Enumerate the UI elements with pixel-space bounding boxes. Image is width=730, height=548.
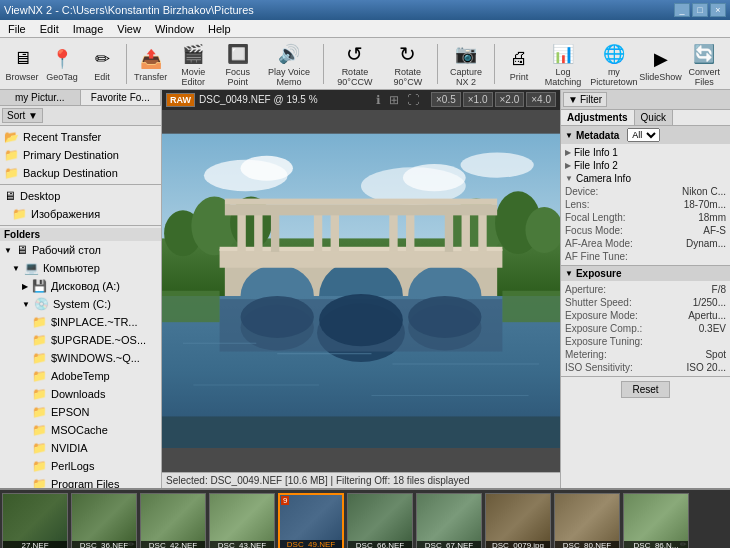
window-controls[interactable]: _ □ ×: [674, 3, 726, 17]
capture-nx2-button[interactable]: 📷 Capture NX 2: [444, 38, 488, 89]
reset-button[interactable]: Reset: [621, 381, 669, 398]
transfer-button[interactable]: 📤 Transfer: [133, 43, 169, 85]
geotag-label: GeoTag: [46, 73, 78, 83]
image-filename: DSC_0049.NEF @ 19.5 %: [199, 94, 372, 105]
reset-area: Reset: [561, 377, 730, 402]
zoom-half-btn[interactable]: ×0.5: [431, 92, 461, 107]
rotate-ccw-icon: ↺: [341, 40, 369, 68]
tab-my-pictures[interactable]: my Pictur...: [0, 90, 81, 105]
svg-rect-27: [462, 212, 470, 252]
film-item-8[interactable]: DSC_80.NEF: [554, 493, 620, 548]
favorite-primary-dest[interactable]: 📁 Primary Destination: [0, 146, 161, 164]
left-panel: my Pictur... Favorite Fo... Sort ▼ 📂 Rec…: [0, 90, 162, 488]
zoom-2x-btn[interactable]: ×2.0: [495, 92, 525, 107]
menu-edit[interactable]: Edit: [34, 22, 65, 36]
edit-icon: ✏: [88, 45, 116, 73]
play-voice-button[interactable]: 🔊 Play Voice Memo: [262, 38, 317, 89]
tree-nvidia[interactable]: 📁 NVIDIA: [0, 439, 161, 457]
svg-point-36: [241, 296, 314, 338]
camera-focal-row: Focal Length: 18mm: [565, 211, 726, 224]
tree-drive-a[interactable]: ▶ 💾 Дисковод (A:): [0, 277, 161, 295]
camera-info-header[interactable]: Camera Info: [565, 172, 726, 185]
tree-drive-c[interactable]: ▼ 💿 System (C:): [0, 295, 161, 313]
favorite-backup-dest[interactable]: 📁 Backup Destination: [0, 164, 161, 182]
tree-progfiles[interactable]: 📁 Program Files: [0, 475, 161, 488]
film-item-5[interactable]: DSC_66.NEF: [347, 493, 413, 548]
log-matching-button[interactable]: 📊 Log Matching: [541, 38, 585, 89]
menu-view[interactable]: View: [111, 22, 147, 36]
metadata-header[interactable]: Metadata All: [561, 126, 730, 144]
left-panel-scroll[interactable]: 📂 Recent Transfer 📁 Primary Destination …: [0, 126, 161, 488]
tree-upgrade[interactable]: 📁 $UPGRADE.~OS...: [0, 331, 161, 349]
tree-perllogs[interactable]: 📁 PerlLogs: [0, 457, 161, 475]
desktop-item[interactable]: 🖥 Desktop: [0, 187, 161, 205]
folders-header: Folders: [0, 228, 161, 241]
camera-device-row: Device: Nikon C...: [565, 185, 726, 198]
image-info-btn[interactable]: ℹ: [376, 93, 381, 107]
zoom-4x-btn[interactable]: ×4.0: [526, 92, 556, 107]
browser-button[interactable]: 🖥 Browser: [4, 43, 40, 85]
filter-button[interactable]: ▼ Filter: [563, 92, 607, 107]
film-item-7[interactable]: DSC_0079.jpg: [485, 493, 551, 548]
metadata-filter-select[interactable]: All: [627, 128, 660, 142]
film-label-6: DSC_67.NEF: [417, 541, 481, 548]
primary-dest-icon: 📁: [4, 148, 19, 162]
convert-files-icon: 🔄: [690, 40, 718, 68]
film-item-0[interactable]: 27.NEF: [2, 493, 68, 548]
menu-file[interactable]: File: [2, 22, 32, 36]
exposure-section: Exposure Aperture: F/8 Shutter Speed: 1/…: [561, 266, 730, 377]
tab-quick[interactable]: Quick: [635, 110, 674, 125]
exposure-header[interactable]: Exposure: [561, 266, 730, 281]
geotag-icon: 📍: [48, 45, 76, 73]
iso-row: ISO Sensitivity: ISO 20...: [565, 361, 726, 374]
tree-downloads[interactable]: 📁 Downloads: [0, 385, 161, 403]
edit-button[interactable]: ✏ Edit: [84, 43, 120, 85]
tree-desktop[interactable]: ▼ 🖥 Рабочий стол: [0, 241, 161, 259]
favorite-recent-transfer[interactable]: 📂 Recent Transfer: [0, 128, 161, 146]
transfer-icon: 📤: [137, 45, 165, 73]
convert-files-button[interactable]: 🔄 Convert Files: [683, 38, 726, 89]
tab-adjustments[interactable]: Adjustments: [561, 110, 635, 125]
desktop-icon: 🖥: [4, 189, 16, 203]
print-button[interactable]: 🖨 Print: [501, 43, 537, 85]
svg-rect-20: [254, 212, 262, 252]
movie-editor-button[interactable]: 🎬 Movie Editor: [173, 38, 214, 89]
geotag-button[interactable]: 📍 GeoTag: [44, 43, 80, 85]
tree-windows[interactable]: 📁 $WINDOWS.~Q...: [0, 349, 161, 367]
film-item-2[interactable]: DSC_42.NEF: [140, 493, 206, 548]
film-item-9[interactable]: ✏ DSC_86.N...: [623, 493, 689, 548]
tree-msocache[interactable]: 📁 MSOCache: [0, 421, 161, 439]
menu-help[interactable]: Help: [202, 22, 237, 36]
tree-epson[interactable]: 📁 EPSON: [0, 403, 161, 421]
right-panel-tabs: Adjustments Quick: [561, 110, 730, 126]
filter-icon: ▼: [568, 94, 578, 105]
my-picturetown-button[interactable]: 🌐 my Picturetown: [589, 38, 638, 89]
sort-button[interactable]: Sort ▼: [2, 108, 43, 123]
close-button[interactable]: ×: [710, 3, 726, 17]
film-item-1[interactable]: ✏ DSC_36.NEF: [71, 493, 137, 548]
image-fullscreen-btn[interactable]: ⛶: [407, 93, 419, 107]
tree-inplace[interactable]: 📁 $INPLACE.~TR...: [0, 313, 161, 331]
print-icon: 🖨: [505, 45, 533, 73]
file-info-1-header[interactable]: File Info 1: [565, 146, 726, 159]
film-item-4[interactable]: 9 DSC_49.NEF: [278, 493, 344, 548]
tree-adobetemp[interactable]: 📁 AdobeTemp: [0, 367, 161, 385]
film-item-3[interactable]: DSC_43.NEF: [209, 493, 275, 548]
tab-favorite-folders[interactable]: Favorite Fo...: [81, 90, 162, 105]
film-item-6[interactable]: DSC_67.NEF: [416, 493, 482, 548]
tree-computer[interactable]: ▼ 💻 Компьютер: [0, 259, 161, 277]
image-expand-btn[interactable]: ⊞: [389, 93, 399, 107]
menu-image[interactable]: Image: [67, 22, 110, 36]
film-thumb-8: [555, 494, 619, 548]
menu-window[interactable]: Window: [149, 22, 200, 36]
rotate-ccw-button[interactable]: ↺ Rotate 90°CCW: [329, 38, 380, 89]
slideshow-button[interactable]: ▶ SlideShow: [643, 43, 679, 85]
images-folder-item[interactable]: 📁 Изображения: [0, 205, 161, 223]
focus-point-button[interactable]: 🔲 Focus Point: [218, 38, 258, 89]
minimize-button[interactable]: _: [674, 3, 690, 17]
film-thumb-0: [3, 494, 67, 548]
zoom-1x-btn[interactable]: ×1.0: [463, 92, 493, 107]
file-info-2-header[interactable]: File Info 2: [565, 159, 726, 172]
rotate-cw-button[interactable]: ↻ Rotate 90°CW: [385, 38, 432, 89]
maximize-button[interactable]: □: [692, 3, 708, 17]
